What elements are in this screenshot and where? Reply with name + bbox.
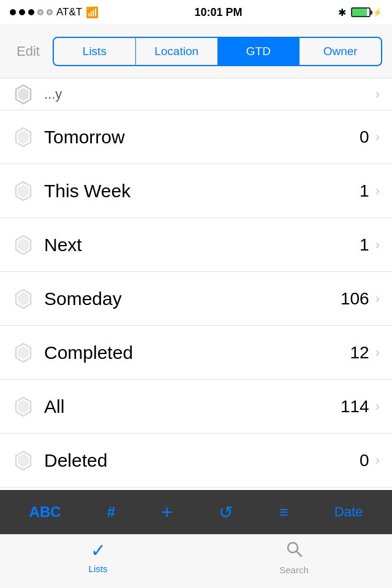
partial-row[interactable]: ...y ›: [0, 78, 392, 110]
row-count: 0: [360, 451, 369, 470]
status-time: 10:01 PM: [195, 6, 243, 19]
partial-row-left: ...y: [12, 83, 62, 105]
row-count: 1: [360, 181, 369, 201]
row-icon: [12, 180, 34, 202]
wifi-icon: 📶: [86, 6, 99, 19]
list-item[interactable]: All 114 ›: [0, 380, 392, 434]
row-count: 0: [360, 127, 369, 147]
dot-1: [10, 9, 16, 15]
row-icon: [12, 126, 34, 148]
dot-5: [47, 9, 53, 15]
list-item[interactable]: Completed 12 ›: [0, 326, 392, 380]
row-right: 1 ›: [360, 235, 380, 255]
signal-dots: [10, 9, 53, 15]
tab-lists[interactable]: ✓ Lists: [0, 540, 196, 574]
toolbar-hash[interactable]: #: [100, 499, 123, 526]
tab-owner[interactable]: Owner: [300, 38, 381, 65]
charging-bolt: ⚡: [372, 8, 382, 17]
row-left: This Week: [12, 180, 130, 202]
svg-marker-9: [18, 293, 28, 305]
tab-search[interactable]: Search: [196, 540, 392, 575]
row-right: 1 ›: [360, 181, 380, 201]
toolbar-abc[interactable]: ABC: [22, 499, 69, 526]
row-icon: [12, 234, 34, 256]
row-chevron: ›: [375, 345, 380, 361]
row-left: Tomorrow: [12, 126, 125, 148]
toolbar-filter[interactable]: ≡: [271, 498, 295, 527]
list-item[interactable]: This Week 1 ›: [0, 164, 392, 218]
tab-search-label: Search: [279, 565, 309, 575]
row-left: All: [12, 396, 64, 418]
tab-bar: ✓ Lists Search: [0, 534, 392, 588]
tab-location[interactable]: Location: [136, 38, 218, 65]
list-content: ...y › Tomorrow 0 ›: [0, 78, 392, 488]
row-icon: [12, 450, 34, 472]
toolbar-refresh[interactable]: ↺: [211, 497, 240, 527]
row-chevron: ›: [375, 237, 380, 253]
dot-3: [28, 9, 34, 15]
bluetooth-icon: ✱: [338, 7, 346, 18]
row-chevron: ›: [375, 183, 380, 199]
list-item[interactable]: Someday 106 ›: [0, 272, 392, 326]
row-right: 0 ›: [360, 127, 380, 147]
svg-marker-1: [18, 88, 28, 100]
svg-marker-3: [18, 131, 28, 143]
battery-fill: [352, 9, 367, 16]
row-label: Tomorrow: [44, 127, 125, 148]
carrier-label: AT&T: [56, 6, 82, 18]
segmented-control: Lists Location GTD Owner: [53, 37, 382, 66]
row-right: 12 ›: [350, 343, 380, 363]
dot-2: [19, 9, 25, 15]
row-chevron: ›: [375, 453, 380, 469]
svg-marker-5: [18, 185, 28, 197]
toolbar-add[interactable]: +: [154, 496, 180, 529]
row-count: 12: [350, 343, 369, 363]
row-icon: [12, 342, 34, 364]
partial-row-icon: [12, 83, 34, 105]
row-right: 106 ›: [341, 289, 380, 309]
toolbar-date[interactable]: Date: [327, 499, 370, 525]
row-left: Someday: [12, 288, 122, 310]
row-right: 114 ›: [341, 397, 380, 417]
row-icon: [12, 288, 34, 310]
svg-marker-11: [18, 347, 28, 359]
svg-marker-7: [18, 239, 28, 251]
partial-row-right: ›: [375, 86, 380, 102]
dot-4: [37, 9, 43, 15]
lists-check-icon: ✓: [91, 540, 106, 561]
row-label: Next: [44, 235, 82, 255]
row-left: Completed: [12, 342, 133, 364]
row-label: All: [44, 396, 64, 417]
status-bar: AT&T 📶 10:01 PM ✱ ⚡: [0, 0, 392, 24]
status-left: AT&T 📶: [10, 6, 99, 19]
svg-marker-15: [18, 454, 28, 467]
edit-button[interactable]: Edit: [10, 43, 47, 59]
list-item[interactable]: Deleted 0 ›: [0, 434, 392, 488]
row-label: Completed: [44, 342, 133, 363]
row-left: Next: [12, 234, 82, 256]
row-label: Someday: [44, 288, 122, 309]
nav-bar: Edit Lists Location GTD Owner: [0, 24, 392, 78]
partial-chevron: ›: [375, 86, 380, 102]
row-count: 106: [341, 289, 369, 309]
tab-lists-label: Lists: [89, 564, 108, 574]
tab-lists[interactable]: Lists: [54, 38, 136, 65]
search-icon: [285, 540, 303, 562]
row-chevron: ›: [375, 129, 380, 145]
partial-row-label: ...y: [44, 86, 62, 102]
row-count: 1: [360, 235, 369, 255]
bottom-toolbar: ABC # + ↺ ≡ Date: [0, 490, 392, 534]
svg-line-17: [296, 551, 301, 556]
list-item[interactable]: Tomorrow 0 ›: [0, 110, 392, 164]
row-count: 114: [341, 397, 369, 417]
row-right: 0 ›: [360, 451, 380, 470]
battery-icon: [351, 7, 371, 17]
tab-gtd[interactable]: GTD: [218, 38, 300, 65]
row-label: Deleted: [44, 450, 107, 471]
row-chevron: ›: [375, 291, 380, 307]
row-left: Deleted: [12, 450, 107, 472]
row-icon: [12, 396, 34, 418]
battery-container: ⚡: [351, 7, 382, 17]
status-right: ✱ ⚡: [338, 7, 382, 18]
list-item[interactable]: Next 1 ›: [0, 218, 392, 272]
